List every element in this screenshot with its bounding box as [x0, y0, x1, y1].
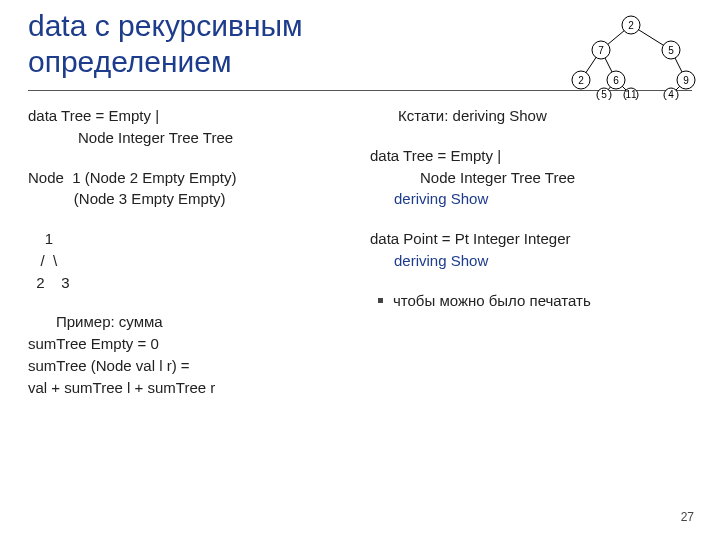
- svg-text:9: 9: [683, 75, 689, 86]
- svg-text:6: 6: [613, 75, 619, 86]
- ascii-tree: 1 / \ 2 3: [28, 228, 350, 293]
- left-column: data Tree = Empty | Node Integer Tree Tr…: [28, 105, 350, 398]
- code-tree-def: data Tree = Empty | Node Integer Tree Tr…: [28, 105, 350, 149]
- right-column: Кстати: deriving Show data Tree = Empty …: [370, 105, 692, 398]
- svg-text:2: 2: [578, 75, 584, 86]
- svg-text:11: 11: [625, 89, 637, 100]
- code-node-example: Node 1 (Node 2 Empty Empty) (Node 3 Empt…: [28, 167, 350, 211]
- square-bullet-icon: [378, 298, 383, 303]
- sumtree-line1: sumTree Empty = 0: [28, 333, 350, 355]
- deriving-show-1: deriving Show: [394, 188, 692, 210]
- example-heading: Пример: сумма: [36, 311, 350, 333]
- deriving-show-2: deriving Show: [394, 250, 692, 272]
- page-number: 27: [681, 510, 694, 524]
- bullet-text: Кстати: deriving Show: [398, 105, 547, 127]
- code-point-def: data Point = Pt Integer Integer: [370, 228, 692, 250]
- sumtree-line2: sumTree (Node val l r) =: [28, 355, 350, 377]
- sumtree-line3: val + sumTree l + sumTree r: [28, 377, 350, 399]
- bullet-text: чтобы можно было печатать: [393, 290, 591, 312]
- svg-text:2: 2: [628, 20, 634, 31]
- tree-diagram: 2 7 5 2 6 9 5 11 4: [556, 10, 706, 100]
- svg-text:5: 5: [668, 45, 674, 56]
- page-title: data с рекурсивным определением: [28, 8, 448, 80]
- svg-text:7: 7: [598, 45, 604, 56]
- example-label: Пример: сумма: [56, 311, 163, 333]
- bullet-deriving: Кстати: deriving Show: [378, 105, 692, 127]
- svg-text:4: 4: [668, 89, 674, 100]
- code-tree-def-2: data Tree = Empty | Node Integer Tree Tr…: [370, 145, 692, 189]
- svg-text:5: 5: [601, 89, 607, 100]
- bullet-print: чтобы можно было печатать: [378, 290, 692, 312]
